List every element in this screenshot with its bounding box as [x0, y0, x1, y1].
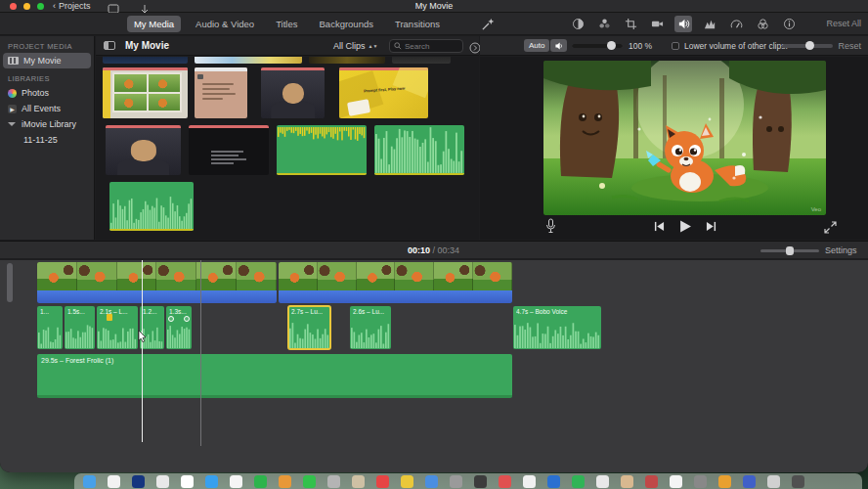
media-thumbnail-partial[interactable]: [392, 57, 451, 64]
dock-app-icon[interactable]: [254, 475, 267, 488]
dock-app-icon[interactable]: [621, 475, 633, 488]
timeline-zoom-knob[interactable]: [786, 246, 794, 255]
dock-app-icon[interactable]: [425, 475, 438, 488]
sidebar-item-event-11-11-25[interactable]: 11-11-25: [0, 132, 94, 148]
playhead[interactable]: [142, 260, 143, 442]
dock-app-icon[interactable]: [718, 475, 731, 488]
audio-clip[interactable]: 1.3s...: [166, 306, 192, 349]
dock-app-icon[interactable]: [450, 475, 462, 488]
media-thumbnail-fox-grid-screen[interactable]: [103, 67, 188, 118]
tab-audio-video[interactable]: Audio & Video: [189, 16, 261, 32]
close-window-button[interactable]: [10, 3, 17, 10]
dock-app-icon[interactable]: [303, 475, 316, 488]
audio-clip[interactable]: 1...: [37, 306, 63, 349]
reset-all-button[interactable]: Reset All: [826, 19, 861, 28]
stabilization-icon[interactable]: [648, 16, 666, 32]
audio-clip[interactable]: 2.6s – Lu...: [350, 306, 391, 349]
next-frame-icon[interactable]: [706, 220, 716, 233]
dock-app-icon[interactable]: [352, 475, 365, 488]
media-thumbnail-partial[interactable]: [103, 57, 188, 64]
fade-handle-icon[interactable]: [168, 316, 174, 322]
media-thumbnail-audio-clip[interactable]: [374, 125, 464, 175]
dock-app-icon[interactable]: [547, 475, 560, 488]
sidebar-toggle-icon[interactable]: [104, 41, 115, 50]
media-thumbnail-audio-clip[interactable]: [109, 182, 194, 231]
fullscreen-icon[interactable]: [824, 220, 837, 233]
import-media-icon[interactable]: [108, 1, 121, 12]
mute-button[interactable]: [550, 39, 567, 52]
auto-volume-button[interactable]: Auto: [524, 39, 549, 52]
reset-volume-button[interactable]: Reset: [838, 41, 861, 51]
tab-backgrounds[interactable]: Backgrounds: [313, 16, 380, 32]
search-field[interactable]: [389, 39, 463, 53]
voiceover-mic-icon[interactable]: [544, 218, 557, 234]
color-correction-icon[interactable]: [569, 16, 586, 32]
volume-adjust-icon[interactable]: [674, 16, 692, 32]
dock-app-icon[interactable]: [205, 475, 218, 488]
volume-slider[interactable]: [572, 44, 623, 48]
tab-my-media[interactable]: My Media: [127, 16, 181, 32]
video-clip[interactable]: [279, 262, 512, 303]
audio-clip-selected[interactable]: 2.7s – Lu...: [288, 306, 330, 349]
share-download-icon[interactable]: [138, 1, 152, 12]
tab-transitions[interactable]: Transitions: [388, 16, 447, 32]
dock-app-icon[interactable]: [401, 475, 413, 488]
audio-clip[interactable]: 1.5s...: [65, 306, 95, 349]
noise-reduction-icon[interactable]: [701, 16, 718, 32]
fade-handle-icon[interactable]: [184, 316, 190, 322]
dock-app-icon[interactable]: [645, 475, 658, 488]
dock-app-icon[interactable]: [230, 475, 242, 488]
back-to-projects-button[interactable]: ‹ Projects: [53, 1, 91, 11]
crop-icon[interactable]: [622, 16, 639, 32]
dock-app-icon[interactable]: [181, 475, 194, 488]
dock-app-icon[interactable]: [132, 475, 145, 488]
volume-slider-knob[interactable]: [607, 41, 616, 50]
media-thumbnail-audio-clip[interactable]: [277, 125, 367, 175]
sidebar-item-all-events[interactable]: ▶ All Events: [0, 101, 94, 116]
dock-app-icon[interactable]: [474, 475, 487, 488]
dock-app-icon[interactable]: [694, 475, 707, 488]
tab-titles[interactable]: Titles: [269, 16, 304, 32]
background-music-clip[interactable]: 29.5s – Forest Frolic (1): [37, 354, 512, 398]
audio-clip[interactable]: 2.1s – L...: [97, 306, 138, 349]
clip-info-icon[interactable]: [780, 16, 798, 32]
media-thumbnail-presenter[interactable]: [261, 67, 325, 118]
video-preview[interactable]: Veo: [543, 61, 826, 215]
dock-app-icon[interactable]: [743, 475, 756, 488]
timeline-scrollbar[interactable]: [7, 263, 13, 302]
minimize-window-button[interactable]: [23, 3, 30, 10]
dock-app-icon[interactable]: [767, 475, 780, 488]
audio-clip[interactable]: 1.2...: [140, 306, 164, 349]
dock-app-icon[interactable]: [376, 475, 389, 488]
timeline-settings-button[interactable]: Settings: [825, 245, 857, 255]
dock-app-icon[interactable]: [156, 475, 169, 488]
timeline-zoom-slider[interactable]: [760, 249, 819, 252]
dock-app-icon[interactable]: [83, 475, 96, 488]
video-clip[interactable]: [37, 262, 277, 303]
dock-app-icon[interactable]: [792, 475, 804, 488]
dock-app-icon[interactable]: [670, 475, 682, 488]
speed-icon[interactable]: [727, 16, 745, 32]
dock-app-icon[interactable]: [279, 475, 291, 488]
dock-app-icon[interactable]: [108, 475, 120, 488]
dock-app-icon[interactable]: [523, 475, 536, 488]
timeline[interactable]: 1... 1.5s... 2.1s – L... 1.2... 1.3s... …: [0, 260, 868, 472]
previous-frame-icon[interactable]: [654, 220, 665, 233]
sidebar-item-imovie-library[interactable]: iMovie Library: [0, 116, 94, 132]
media-thumbnail-yellow-slide[interactable]: Prompt first, Play now: [339, 67, 428, 118]
audio-clip[interactable]: 4.7s – Bobo Voice: [513, 306, 601, 349]
media-thumbnail-partial[interactable]: [195, 57, 302, 64]
lower-volume-checkbox[interactable]: [672, 42, 679, 50]
play-icon[interactable]: [678, 220, 692, 233]
enhance-wand-icon[interactable]: [481, 17, 496, 31]
color-balance-icon[interactable]: [595, 16, 613, 32]
dock-app-icon[interactable]: [499, 475, 511, 488]
dock-app-icon[interactable]: [327, 475, 340, 488]
dock-app-icon[interactable]: [596, 475, 609, 488]
clip-filter-dropdown[interactable]: All Clips ▲▼: [333, 41, 377, 51]
zoom-window-button[interactable]: [37, 3, 44, 10]
lower-volume-slider[interactable]: [782, 44, 833, 48]
search-input[interactable]: [405, 42, 457, 51]
disclosure-triangle-icon[interactable]: [8, 122, 16, 126]
media-thumbnail-terminal-screen[interactable]: [189, 125, 269, 175]
